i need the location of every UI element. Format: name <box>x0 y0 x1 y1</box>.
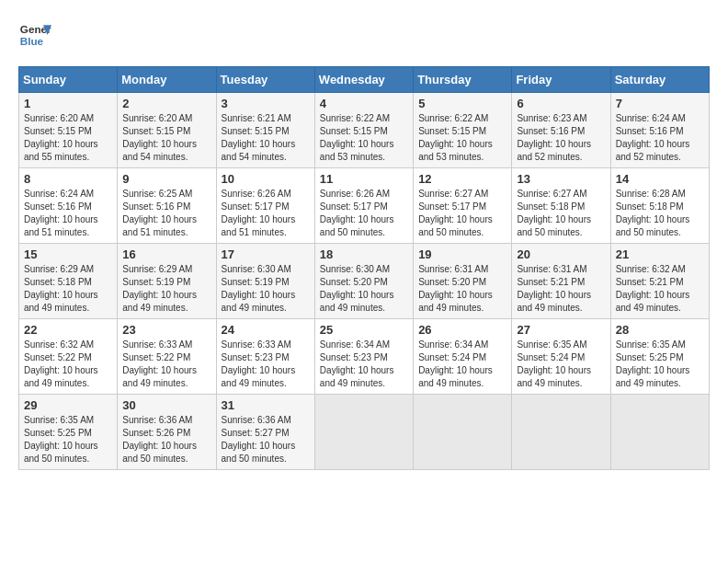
calendar-cell: 24 Sunrise: 6:33 AMSunset: 5:23 PMDaylig… <box>216 319 314 395</box>
calendar-cell: 7 Sunrise: 6:24 AMSunset: 5:16 PMDayligh… <box>610 93 709 168</box>
page-header: General Blue <box>18 18 710 52</box>
calendar-cell: 5 Sunrise: 6:22 AMSunset: 5:15 PMDayligh… <box>414 93 512 168</box>
calendar-cell <box>512 395 610 470</box>
day-info: Sunrise: 6:36 AMSunset: 5:27 PMDaylight:… <box>222 415 296 464</box>
weekday-header: Thursday <box>414 67 512 93</box>
day-number: 9 <box>122 172 210 186</box>
day-number: 20 <box>517 247 605 261</box>
calendar-cell: 10 Sunrise: 6:26 AMSunset: 5:17 PMDaylig… <box>216 168 314 244</box>
day-info: Sunrise: 6:31 AMSunset: 5:21 PMDaylight:… <box>517 264 591 313</box>
day-number: 16 <box>122 247 210 261</box>
day-info: Sunrise: 6:31 AMSunset: 5:20 PMDaylight:… <box>418 264 493 313</box>
day-number: 19 <box>418 247 506 261</box>
calendar-cell: 26 Sunrise: 6:34 AMSunset: 5:24 PMDaylig… <box>414 319 512 395</box>
day-info: Sunrise: 6:20 AMSunset: 5:15 PMDaylight:… <box>122 113 197 162</box>
day-info: Sunrise: 6:30 AMSunset: 5:20 PMDaylight:… <box>320 264 394 313</box>
day-number: 7 <box>616 97 704 110</box>
weekday-header: Saturday <box>610 67 709 93</box>
calendar-cell: 20 Sunrise: 6:31 AMSunset: 5:21 PMDaylig… <box>512 244 610 319</box>
calendar-cell: 1 Sunrise: 6:20 AMSunset: 5:15 PMDayligh… <box>19 93 118 168</box>
day-number: 17 <box>222 247 310 261</box>
calendar-week-row: 1 Sunrise: 6:20 AMSunset: 5:15 PMDayligh… <box>19 93 710 168</box>
calendar-cell: 25 Sunrise: 6:34 AMSunset: 5:23 PMDaylig… <box>314 319 413 395</box>
calendar-cell: 19 Sunrise: 6:31 AMSunset: 5:20 PMDaylig… <box>414 244 512 319</box>
calendar-cell: 21 Sunrise: 6:32 AMSunset: 5:21 PMDaylig… <box>610 244 709 319</box>
calendar-cell: 22 Sunrise: 6:32 AMSunset: 5:22 PMDaylig… <box>19 319 118 395</box>
day-number: 18 <box>320 247 408 261</box>
calendar-table: SundayMondayTuesdayWednesdayThursdayFrid… <box>18 66 710 470</box>
calendar-cell: 3 Sunrise: 6:21 AMSunset: 5:15 PMDayligh… <box>216 93 314 168</box>
day-info: Sunrise: 6:29 AMSunset: 5:19 PMDaylight:… <box>122 264 197 313</box>
calendar-cell: 15 Sunrise: 6:29 AMSunset: 5:18 PMDaylig… <box>19 244 118 319</box>
day-number: 25 <box>320 323 408 337</box>
day-info: Sunrise: 6:34 AMSunset: 5:24 PMDaylight:… <box>418 339 493 388</box>
day-number: 4 <box>320 97 408 110</box>
day-number: 30 <box>122 398 210 412</box>
day-number: 23 <box>122 323 210 337</box>
day-number: 1 <box>24 97 112 110</box>
day-number: 10 <box>222 172 310 186</box>
calendar-cell: 2 Sunrise: 6:20 AMSunset: 5:15 PMDayligh… <box>118 93 216 168</box>
calendar-cell: 12 Sunrise: 6:27 AMSunset: 5:17 PMDaylig… <box>414 168 512 244</box>
day-number: 31 <box>222 398 310 412</box>
day-number: 2 <box>122 97 210 110</box>
day-number: 14 <box>616 172 704 186</box>
calendar-cell: 6 Sunrise: 6:23 AMSunset: 5:16 PMDayligh… <box>512 93 610 168</box>
weekday-header: Friday <box>512 67 610 93</box>
day-number: 27 <box>517 323 605 337</box>
calendar-cell: 13 Sunrise: 6:27 AMSunset: 5:18 PMDaylig… <box>512 168 610 244</box>
day-number: 11 <box>320 172 408 186</box>
day-number: 15 <box>24 247 112 261</box>
calendar-week-row: 29 Sunrise: 6:35 AMSunset: 5:25 PMDaylig… <box>19 395 710 470</box>
day-info: Sunrise: 6:35 AMSunset: 5:24 PMDaylight:… <box>517 339 591 388</box>
day-info: Sunrise: 6:35 AMSunset: 5:25 PMDaylight:… <box>616 339 690 388</box>
day-info: Sunrise: 6:32 AMSunset: 5:22 PMDaylight:… <box>24 339 98 388</box>
day-info: Sunrise: 6:28 AMSunset: 5:18 PMDaylight:… <box>616 189 690 237</box>
weekday-header: Monday <box>118 67 216 93</box>
calendar-cell <box>314 395 413 470</box>
day-info: Sunrise: 6:20 AMSunset: 5:15 PMDaylight:… <box>24 113 98 162</box>
day-info: Sunrise: 6:30 AMSunset: 5:19 PMDaylight:… <box>222 264 296 313</box>
day-number: 8 <box>24 172 112 186</box>
calendar-cell: 27 Sunrise: 6:35 AMSunset: 5:24 PMDaylig… <box>512 319 610 395</box>
day-number: 26 <box>418 323 506 337</box>
day-info: Sunrise: 6:36 AMSunset: 5:26 PMDaylight:… <box>122 415 197 464</box>
day-info: Sunrise: 6:22 AMSunset: 5:15 PMDaylight:… <box>320 113 394 162</box>
weekday-header: Tuesday <box>216 67 314 93</box>
day-info: Sunrise: 6:27 AMSunset: 5:17 PMDaylight:… <box>418 189 493 237</box>
calendar-cell: 23 Sunrise: 6:33 AMSunset: 5:22 PMDaylig… <box>118 319 216 395</box>
calendar-cell: 11 Sunrise: 6:26 AMSunset: 5:17 PMDaylig… <box>314 168 413 244</box>
day-info: Sunrise: 6:33 AMSunset: 5:23 PMDaylight:… <box>222 339 296 388</box>
day-info: Sunrise: 6:26 AMSunset: 5:17 PMDaylight:… <box>222 189 296 237</box>
day-info: Sunrise: 6:21 AMSunset: 5:15 PMDaylight:… <box>222 113 296 162</box>
calendar-cell: 14 Sunrise: 6:28 AMSunset: 5:18 PMDaylig… <box>610 168 709 244</box>
day-info: Sunrise: 6:24 AMSunset: 5:16 PMDaylight:… <box>24 189 98 237</box>
calendar-cell <box>610 395 709 470</box>
logo-icon: General Blue <box>18 18 51 52</box>
day-number: 21 <box>616 247 704 261</box>
day-number: 24 <box>222 323 310 337</box>
day-number: 29 <box>24 398 112 412</box>
calendar-cell: 4 Sunrise: 6:22 AMSunset: 5:15 PMDayligh… <box>314 93 413 168</box>
day-number: 13 <box>517 172 605 186</box>
day-info: Sunrise: 6:35 AMSunset: 5:25 PMDaylight:… <box>24 415 98 464</box>
calendar-cell: 29 Sunrise: 6:35 AMSunset: 5:25 PMDaylig… <box>19 395 118 470</box>
day-number: 6 <box>517 97 605 110</box>
day-info: Sunrise: 6:33 AMSunset: 5:22 PMDaylight:… <box>122 339 197 388</box>
calendar-week-row: 8 Sunrise: 6:24 AMSunset: 5:16 PMDayligh… <box>19 168 710 244</box>
calendar-week-row: 22 Sunrise: 6:32 AMSunset: 5:22 PMDaylig… <box>19 319 710 395</box>
day-info: Sunrise: 6:29 AMSunset: 5:18 PMDaylight:… <box>24 264 98 313</box>
day-info: Sunrise: 6:22 AMSunset: 5:15 PMDaylight:… <box>418 113 493 162</box>
day-number: 3 <box>222 97 310 110</box>
weekday-header: Wednesday <box>314 67 413 93</box>
day-info: Sunrise: 6:27 AMSunset: 5:18 PMDaylight:… <box>517 189 591 237</box>
day-info: Sunrise: 6:25 AMSunset: 5:16 PMDaylight:… <box>122 189 197 237</box>
calendar-cell: 16 Sunrise: 6:29 AMSunset: 5:19 PMDaylig… <box>118 244 216 319</box>
calendar-cell: 9 Sunrise: 6:25 AMSunset: 5:16 PMDayligh… <box>118 168 216 244</box>
calendar-cell: 17 Sunrise: 6:30 AMSunset: 5:19 PMDaylig… <box>216 244 314 319</box>
calendar-cell <box>414 395 512 470</box>
weekday-header: Sunday <box>19 67 118 93</box>
day-info: Sunrise: 6:32 AMSunset: 5:21 PMDaylight:… <box>616 264 690 313</box>
day-info: Sunrise: 6:24 AMSunset: 5:16 PMDaylight:… <box>616 113 690 162</box>
calendar-cell: 31 Sunrise: 6:36 AMSunset: 5:27 PMDaylig… <box>216 395 314 470</box>
